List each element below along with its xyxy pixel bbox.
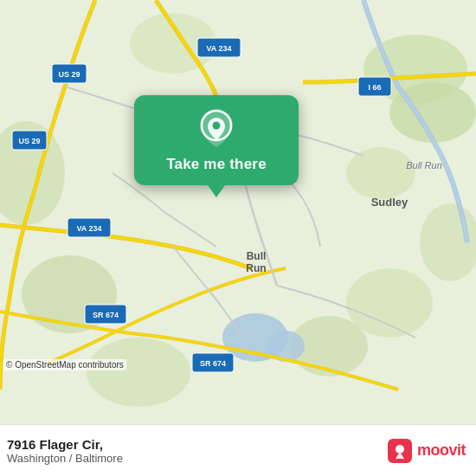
svg-text:US 29: US 29	[58, 70, 80, 79]
location-pin-icon	[197, 109, 235, 147]
moovit-brand-text: moovit	[417, 441, 466, 460]
svg-text:Bull Run: Bull Run	[406, 160, 442, 170]
moovit-logo: moovit	[388, 439, 466, 463]
svg-text:VA 234: VA 234	[206, 44, 231, 53]
svg-point-6	[87, 338, 190, 407]
svg-text:US 29: US 29	[18, 137, 40, 145]
svg-text:VA 234: VA 234	[76, 224, 101, 233]
svg-point-3	[346, 147, 415, 199]
map-container: US 29 US 29 VA 234 VA 234 I 66 SR 674 SR…	[0, 0, 476, 424]
take-me-there-button[interactable]: Take me there	[166, 156, 267, 173]
address-line: 7916 Flager Cir,	[7, 437, 123, 452]
svg-point-7	[346, 268, 433, 338]
svg-text:I 66: I 66	[368, 83, 381, 92]
footer-bar: 7916 Flager Cir, Washington / Baltimore …	[0, 424, 476, 476]
osm-attribution: © OpenStreetMap contributors	[3, 359, 126, 370]
footer-address-block: 7916 Flager Cir, Washington / Baltimore	[7, 437, 123, 465]
location-popup[interactable]: Take me there	[134, 95, 299, 185]
svg-text:Bull: Bull	[247, 250, 267, 262]
svg-text:SR 674: SR 674	[200, 359, 226, 368]
svg-text:Run: Run	[246, 262, 266, 274]
moovit-icon	[388, 439, 412, 463]
svg-text:SR 674: SR 674	[93, 311, 119, 319]
svg-point-33	[213, 122, 221, 130]
svg-text:Sudley: Sudley	[371, 196, 408, 209]
svg-point-35	[396, 445, 404, 453]
city-line: Washington / Baltimore	[7, 452, 123, 465]
